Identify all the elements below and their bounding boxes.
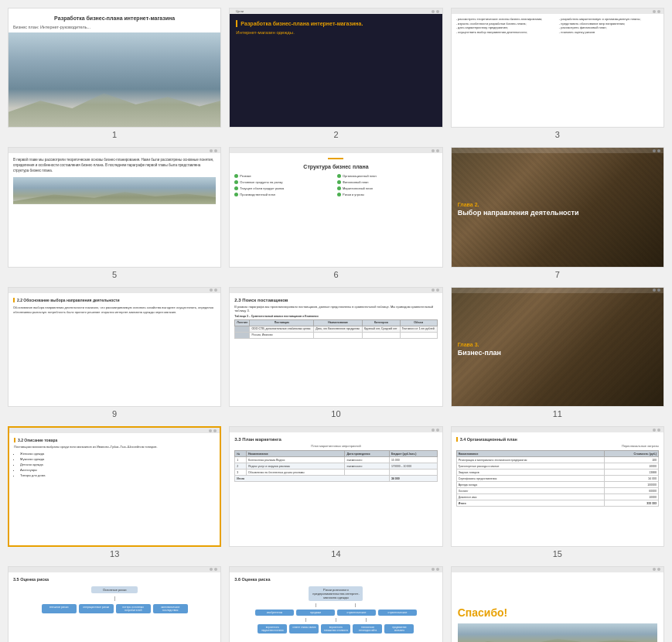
slide-14-th-name: Наименование: [246, 451, 345, 457]
slide-wrapper-17: 3.5 Оценка риска Основные риски внешние …: [8, 566, 221, 642]
slide-6-dot-5: [234, 186, 238, 190]
slide-1-subtitle: Бизнес план: Интернет-руководитель...: [9, 25, 220, 32]
slide-17-box-3: потерь основных потребителей: [116, 604, 151, 613]
slide-15-table-header: Наименование Стоимость (руб.): [456, 451, 658, 457]
slide-10-table-title: Таблица 3 – Сравнительный анализ поставщ…: [234, 315, 437, 318]
slide-11-chapter: Глава 3.: [458, 342, 657, 347]
slide-13-content: 3.2 Описание товара Поставщики магазина …: [9, 433, 220, 545]
slide-18-connectors: [297, 603, 374, 607]
list-item: Товары для дома: [20, 473, 215, 479]
slide-wrapper-5: В первой главе мы рассмотрели теоретичес…: [8, 147, 221, 278]
slide-17-chart: Основные риски внешние риски операционны…: [13, 586, 216, 613]
slide-6-number: 6: [229, 270, 442, 279]
slide-11-number: 11: [451, 409, 664, 418]
slide-1-title: Разработка бизнес-плана интернет-магазин…: [9, 9, 220, 25]
slide-15-cell-5-2: 100000: [604, 482, 658, 488]
list-item: Женская одежда: [20, 452, 215, 457]
slide-6-topbar: [230, 148, 442, 153]
slide-13-topbar: [9, 428, 220, 433]
slide-18-bot-5: продвижение магазина: [384, 624, 414, 633]
slides-grid: Разработка бизнес-плана интернет-магазин…: [8, 8, 664, 642]
slide-2-number: 2: [229, 130, 442, 139]
slide-6-dot-3: [234, 180, 238, 184]
slide-2-content: Разработка бизнес-плана интернет-магазин…: [230, 14, 442, 127]
slide-wrapper-13: 3.2 Описание товара Поставщики магазина …: [8, 426, 221, 558]
slide-wrapper-15: 3.4 Организационный план Первоначальные …: [451, 426, 664, 558]
slide-17-topbar: [9, 567, 220, 572]
slide-18[interactable]: 3.6 Оценка риска Риски розничного предпр…: [229, 566, 442, 642]
slide-5-text: В первой главе мы рассмотрели теоретичес…: [13, 158, 216, 173]
slide-14-subtitle: План маркетинговых мероприятий: [234, 444, 437, 448]
slide-3-content: - рассмотреть теоретические основы бизне…: [452, 14, 663, 127]
slide-15-topbar: [452, 427, 663, 432]
table-row: Доменное имя10000: [456, 494, 658, 500]
slide-3-dot2: [657, 10, 660, 13]
slide-6-item-text-2: Организационный план: [343, 174, 377, 178]
slide-6[interactable]: Структура бизнес плана Резюме Организаци…: [229, 147, 442, 267]
slide-10-cell-name-1: Дать, что Качественное продуктам: [314, 326, 363, 332]
slide-7-content: Глава 2. Выбор направления деятельности: [452, 153, 663, 266]
slide-18-con-1: [316, 603, 316, 607]
slide-10-th-name: Наименование: [314, 319, 363, 326]
slide-1-image: [9, 32, 220, 127]
slide-10-cell-logo-1: [235, 326, 250, 332]
slide-wrapper-14: 3.3 План маркетинга План маркетинговых м…: [229, 426, 442, 558]
slide-14[interactable]: 3.3 План маркетинга План маркетинговых м…: [229, 426, 442, 546]
slide-10[interactable]: 2.3 Поиск поставщиков В рамках параграфа…: [229, 287, 442, 407]
slide-13-list: Женская одежда Мужская одежда Детская од…: [14, 452, 215, 478]
slide-6-item-text-3: Основные продукты на рынку: [240, 180, 282, 184]
slide-6-item-text-1: Резюме: [240, 174, 251, 178]
slide-9-content: 2.2 Обоснование выбора направления деяте…: [9, 293, 220, 406]
slide-18-bot-3: вероятность повышения стоимости: [321, 624, 350, 633]
slide-14-dot1: [432, 429, 435, 432]
slide-14-cell-1-4: 15 000: [389, 457, 437, 463]
slide-18-mid-boxes: изобретения продажи стратегические страт…: [255, 610, 417, 616]
slide-wrapper-19: Спасибо! 19: [451, 566, 664, 642]
table-row: 3 Объявления на бесплатных досках реклам…: [235, 470, 437, 476]
slide-6-item-text-7: Производственный план: [240, 193, 275, 196]
slide-17-connector: [114, 596, 115, 601]
slide-3[interactable]: - рассмотреть теоретические основы бизне…: [451, 8, 664, 128]
slide-17[interactable]: 3.5 Оценка риска Основные риски внешние …: [8, 566, 221, 642]
slide-15-th-cost: Стоимость (руб.): [604, 451, 658, 457]
slide-19-thanks: Спасибо!: [458, 606, 657, 619]
slide-14-cell-4-1: Итого: [235, 476, 390, 482]
slide-11-title: Бизнес-план: [458, 349, 657, 358]
table-row: Хостинг60000: [456, 488, 658, 494]
slide-18-bottom-boxes: вероятность нарушения поставок клиент от…: [258, 624, 414, 633]
slide-14-cell-3-3: [345, 470, 389, 476]
slide-10-th-logo: Логотип: [235, 319, 250, 326]
slide-15-cell-2-2: 10000: [604, 463, 658, 470]
slide-18-connectors2: [292, 618, 380, 622]
slide-18-top-box: Риски розничного предпринимательства инт…: [309, 586, 363, 601]
slide-2[interactable]: Цели Разработка бизнес-плана интернет-ма…: [229, 8, 442, 128]
slide-10-dot1: [432, 289, 435, 292]
slide-19[interactable]: Спасибо!: [451, 566, 664, 642]
slide-14-cell-2-4: 170000 – 10 000: [389, 463, 437, 470]
slide-14-th-date: Дата проведения: [345, 451, 389, 457]
slide-11-dot2: [657, 289, 660, 292]
slide-14-cell-2-1: 2: [235, 463, 247, 470]
slide-18-mid-3: стратегические: [337, 610, 376, 616]
table-row: ООО CTB, дополнительные стабильных ценах…: [235, 326, 437, 332]
slide-15-cell-3-2: 13888: [604, 470, 658, 476]
slide-19-dot1: [653, 568, 656, 571]
slide-17-row-boxes: внешние риски операционные риски потерь …: [42, 604, 188, 613]
slide-18-chart: Риски розничного предпринимательства инт…: [234, 586, 437, 633]
slide-6-dot1: [432, 149, 435, 152]
slide-10-cell-vol-1: Тем много ст 1 ею рублей: [400, 326, 437, 332]
slide-9[interactable]: 2.2 Обоснование выбора направления деяте…: [8, 287, 221, 407]
slide-11[interactable]: Глава 3. Бизнес-план: [451, 287, 664, 407]
slide-1-number: 1: [8, 130, 221, 139]
slide-1[interactable]: Разработка бизнес-плана интернет-магазин…: [8, 8, 221, 128]
slide-6-title: Структура бизнес плана: [303, 164, 368, 169]
slide-14-cell-1-1: 1: [235, 457, 247, 463]
slide-9-title: 2.2 Обоснование выбора направления деяте…: [13, 298, 216, 302]
slide-13[interactable]: 3.2 Описание товара Поставщики магазина …: [8, 426, 221, 546]
slide-7[interactable]: Глава 2. Выбор направления деятельности: [451, 147, 664, 267]
slide-6-dot2: [436, 149, 439, 152]
slide-15-cell-8-2: 333 333: [604, 500, 658, 507]
slide-5[interactable]: В первой главе мы рассмотрели теоретичес…: [8, 147, 221, 267]
slide-15[interactable]: 3.4 Организационный план Первоначальные …: [451, 426, 664, 546]
slide-10-th-vol: Объем: [400, 319, 437, 326]
